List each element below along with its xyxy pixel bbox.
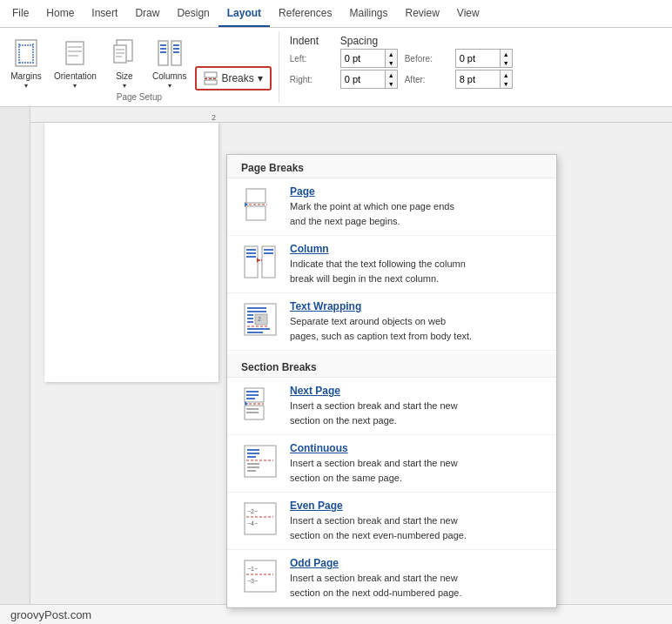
spacing-before-input[interactable]	[456, 52, 500, 64]
spacing-before-spinners: ▲ ▼	[500, 50, 512, 67]
columns-button[interactable]: Columns ▾	[149, 37, 190, 92]
next-page-break-desc: Insert a section break and start the new…	[290, 399, 458, 427]
svg-rect-50	[246, 391, 259, 393]
margins-button[interactable]: Margins ▾	[7, 37, 45, 92]
tab-file[interactable]: File	[3, 0, 37, 27]
svg-text:2: 2	[258, 316, 261, 322]
breaks-arrow: ▾	[258, 72, 263, 84]
even-page-break-title: Even Page	[290, 500, 467, 512]
orientation-icon	[59, 38, 91, 70]
spacing-after-input[interactable]	[456, 73, 500, 85]
svg-rect-64	[247, 466, 259, 468]
svg-rect-63	[247, 463, 259, 465]
breaks-icon	[204, 71, 218, 85]
indent-right-input[interactable]	[341, 73, 385, 85]
even-page-break-icon: −2− −4−	[241, 500, 279, 538]
break-even-page-item[interactable]: −2− −4− Even Page Insert a section break…	[227, 493, 556, 550]
break-odd-page-item[interactable]: −1− −3− Odd Page Insert a section break …	[227, 550, 556, 607]
break-column-item[interactable]: Column Indicate that the text following …	[227, 236, 556, 293]
indent-right-input-group: ▲ ▼	[340, 70, 398, 89]
tab-view[interactable]: View	[448, 0, 488, 27]
ruler: 2	[30, 107, 672, 123]
section-breaks-header: Section Breaks	[227, 354, 556, 378]
spacing-after-spinners: ▲ ▼	[500, 70, 512, 88]
svg-rect-57	[246, 412, 259, 413]
svg-rect-28	[246, 206, 265, 220]
continuous-break-title: Continuous	[290, 442, 458, 454]
text-wrapping-break-title: Text Wrapping	[290, 300, 472, 312]
spacing-after-up[interactable]: ▲	[501, 70, 512, 79]
indent-left-input-group: ▲ ▼	[340, 49, 398, 68]
tab-references[interactable]: References	[270, 0, 340, 27]
spacing-label: Spacing	[340, 35, 384, 47]
indent-right-down[interactable]: ▼	[386, 79, 397, 88]
break-text-wrapping-item[interactable]: 2 Text Wrapping Separate text around obj…	[227, 293, 556, 351]
text-wrapping-break-content: Text Wrapping Separate text around objec…	[290, 300, 472, 343]
spacing-before-down[interactable]: ▼	[501, 58, 512, 67]
svg-rect-51	[246, 394, 259, 396]
svg-rect-39	[247, 307, 266, 309]
columns-icon	[154, 38, 185, 70]
indent-left-up[interactable]: ▲	[386, 50, 397, 58]
ribbon: File Home Insert Draw Design Layout Refe…	[0, 0, 672, 107]
tab-insert[interactable]: Insert	[83, 0, 126, 27]
svg-rect-60	[247, 453, 259, 454]
tab-draw[interactable]: Draw	[126, 0, 168, 27]
spacing-after-down[interactable]: ▼	[501, 79, 512, 88]
svg-rect-31	[246, 249, 256, 251]
svg-rect-12	[116, 52, 124, 54]
columns-label: Columns ▾	[152, 71, 186, 91]
margins-label: Margins ▾	[10, 71, 42, 91]
next-page-break-icon	[241, 385, 279, 423]
svg-rect-6	[68, 46, 82, 48]
indent-right-up[interactable]: ▲	[386, 70, 397, 79]
svg-marker-35	[257, 258, 259, 263]
spacing-after-label: After:	[405, 75, 448, 84]
indent-left-down[interactable]: ▼	[386, 58, 397, 67]
svg-rect-36	[264, 249, 273, 251]
next-page-break-content: Next Page Insert a section break and sta…	[290, 385, 458, 427]
svg-rect-52	[246, 398, 255, 399]
indent-left-input[interactable]	[341, 52, 385, 64]
page-setup-label: Page Setup	[117, 92, 162, 104]
indent-left-label-text: Left:	[290, 54, 333, 64]
page-break-title: Page	[290, 185, 454, 198]
indent-right-spinners: ▲ ▼	[385, 70, 397, 88]
indent-left-spinners: ▲ ▼	[385, 50, 397, 67]
page-setup-icons: Margins ▾ Orientat	[7, 33, 272, 92]
svg-rect-13	[116, 56, 122, 57]
margins-icon	[10, 38, 42, 70]
indent-label: Indent	[290, 35, 333, 47]
svg-rect-37	[264, 252, 273, 254]
svg-rect-47	[247, 332, 263, 333]
size-icon	[109, 38, 140, 70]
spacing-before-group: ▲ ▼	[455, 49, 513, 68]
indent-right-label-text: Right:	[290, 75, 333, 84]
svg-rect-25	[246, 189, 265, 203]
breaks-dropdown-menu[interactable]: Page Breaks Page Mark the point at which…	[226, 154, 557, 608]
breaks-button[interactable]: Breaks ▾	[195, 66, 271, 91]
tab-mailings[interactable]: Mailings	[340, 0, 396, 27]
svg-rect-22	[205, 72, 217, 77]
break-continuous-item[interactable]: Continuous Insert a section break and st…	[227, 435, 556, 493]
column-break-title: Column	[290, 243, 466, 255]
svg-text:−3−: −3−	[247, 578, 258, 584]
odd-page-break-title: Odd Page	[290, 557, 462, 569]
tab-layout[interactable]: Layout	[218, 0, 270, 27]
orientation-button[interactable]: Orientation ▾	[50, 37, 100, 92]
document-page	[44, 121, 218, 382]
svg-rect-42	[247, 314, 253, 316]
tab-design[interactable]: Design	[168, 0, 218, 27]
break-page-item[interactable]: Page Mark the point at which one page en…	[227, 178, 556, 236]
spacing-before-up[interactable]: ▲	[501, 50, 512, 58]
svg-rect-32	[246, 252, 256, 254]
svg-rect-21	[173, 51, 179, 53]
spacing-before-label: Before:	[405, 54, 448, 64]
svg-rect-61	[247, 456, 256, 458]
odd-page-break-icon: −1− −3−	[241, 557, 279, 595]
break-next-page-item[interactable]: Next Page Insert a section break and sta…	[227, 378, 556, 435]
size-button[interactable]: Size ▾	[105, 37, 144, 92]
tab-home[interactable]: Home	[37, 0, 83, 27]
tab-review[interactable]: Review	[396, 0, 447, 27]
svg-rect-40	[247, 311, 266, 312]
